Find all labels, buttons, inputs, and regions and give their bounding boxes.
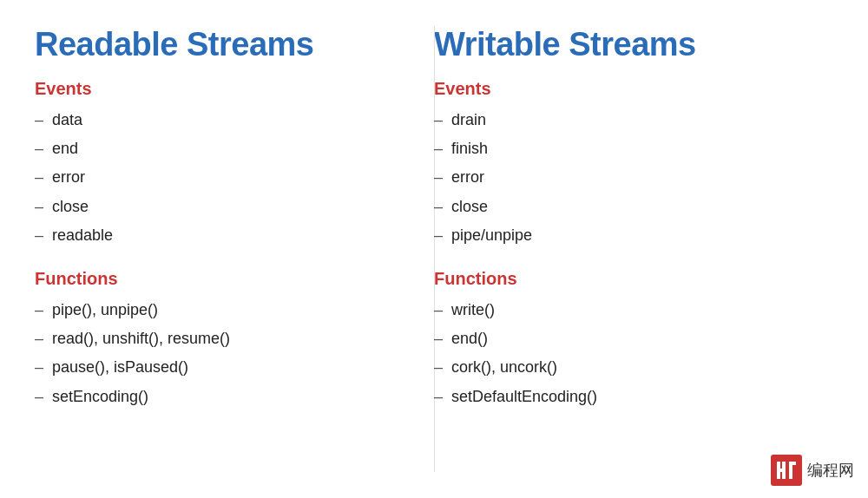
- list-item: pipe(), unpipe(): [35, 296, 417, 324]
- watermark-logo: [771, 455, 802, 486]
- list-item: readable: [35, 221, 417, 250]
- svg-rect-4: [789, 462, 796, 465]
- readable-events-list: data end error close readable: [35, 106, 417, 250]
- watermark-logo-icon: [774, 458, 799, 482]
- writable-functions-label: Functions: [434, 269, 816, 289]
- list-item: end(): [434, 324, 816, 353]
- list-item: setDefaultEncoding(): [434, 383, 816, 411]
- list-item: data: [35, 106, 417, 134]
- watermark-text: 编程网: [807, 460, 854, 481]
- list-item: read(), unshift(), resume(): [35, 324, 417, 353]
- list-item: setEncoding(): [35, 383, 417, 411]
- readable-streams-title: Readable Streams: [35, 26, 417, 63]
- list-item: pipe/unpipe: [434, 221, 816, 250]
- list-item: drain: [434, 106, 816, 134]
- list-item: pause(), isPaused(): [35, 353, 417, 382]
- writable-events-label: Events: [434, 79, 816, 99]
- list-item: error: [35, 163, 417, 192]
- writable-events-list: drain finish error close pipe/unpipe: [434, 106, 816, 250]
- readable-events-label: Events: [35, 79, 417, 99]
- list-item: finish: [434, 134, 816, 163]
- list-item: cork(), uncork(): [434, 353, 816, 382]
- list-item: close: [434, 193, 816, 221]
- readable-functions-list: pipe(), unpipe() read(), unshift(), resu…: [35, 296, 417, 411]
- svg-rect-2: [782, 462, 786, 479]
- readable-functions-label: Functions: [35, 269, 417, 289]
- main-content: Readable Streams Events data end error c…: [0, 0, 868, 498]
- writable-streams-title: Writable Streams: [434, 26, 816, 63]
- watermark: 编程网: [771, 455, 854, 486]
- writable-functions-list: write() end() cork(), uncork() setDefaul…: [434, 296, 816, 411]
- list-item: error: [434, 163, 816, 192]
- writable-streams-column: Writable Streams Events drain finish err…: [434, 26, 833, 463]
- readable-streams-column: Readable Streams Events data end error c…: [35, 26, 434, 463]
- list-item: close: [35, 193, 417, 221]
- list-item: write(): [434, 296, 816, 324]
- list-item: end: [35, 134, 417, 163]
